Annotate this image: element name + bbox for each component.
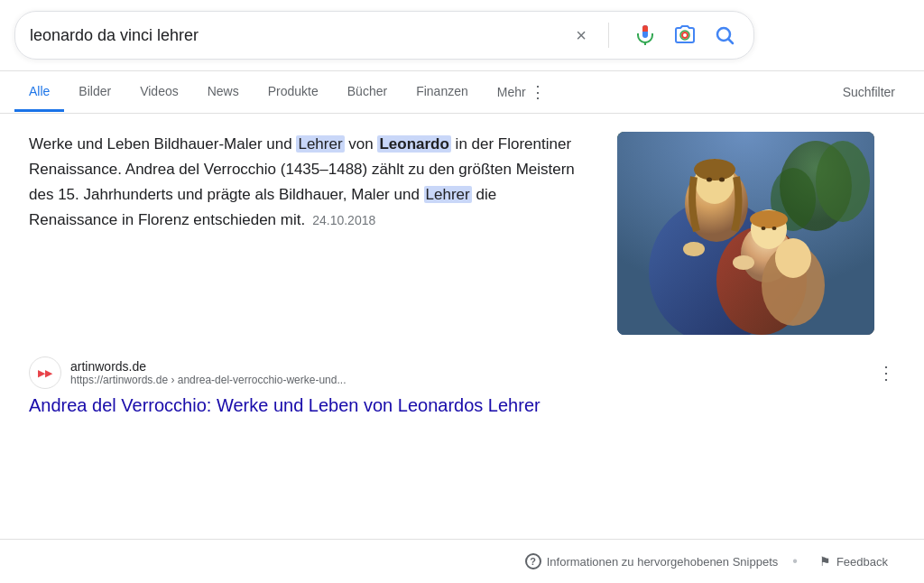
svg-point-19 xyxy=(772,227,777,230)
highlight-lehrer-1: Lehrer xyxy=(296,135,344,153)
highlight-lehrer-2: Lehrer xyxy=(424,186,472,203)
renaissance-painting xyxy=(617,132,874,335)
svg-point-15 xyxy=(750,210,788,228)
snippet-text: Werke und Leben Bildhauer-Maler und Lehr… xyxy=(29,132,588,335)
svg-point-0 xyxy=(682,32,688,38)
voice-search-button[interactable] xyxy=(631,21,660,50)
footer-bar: ? Informationen zu hervorgehobenen Snipp… xyxy=(0,539,924,583)
tab-bilder[interactable]: Bilder xyxy=(64,73,125,112)
snippet-date: 24.10.2018 xyxy=(312,213,375,227)
painting-background xyxy=(617,132,874,335)
result-menu-icon[interactable]: ⋮ xyxy=(877,362,895,384)
tab-alle[interactable]: Alle xyxy=(14,73,64,112)
tab-finanzen[interactable]: Finanzen xyxy=(402,73,483,112)
source-favicon: ▶▶ xyxy=(29,356,61,389)
main-content: Werke und Leben Bildhauer-Maler und Lehr… xyxy=(0,114,924,436)
suchfilter-button[interactable]: Suchfilter xyxy=(828,74,910,110)
source-info: artinwords.de https://artinwords.de › an… xyxy=(70,359,868,386)
svg-point-16 xyxy=(707,178,712,182)
featured-snippet: Werke und Leben Bildhauer-Maler und Lehr… xyxy=(29,132,895,335)
image-search-button[interactable] xyxy=(670,21,699,50)
more-tabs-button[interactable]: Mehr ⋮ xyxy=(483,71,560,113)
tab-produkte[interactable]: Produkte xyxy=(254,73,333,112)
snippet-text-part-1: Werke und Leben Bildhauer-Maler und xyxy=(29,135,296,153)
tabs-right: Suchfilter xyxy=(828,74,910,110)
snippet-image xyxy=(617,132,874,335)
snippet-text-part-2: von xyxy=(345,135,378,153)
search-bar: × xyxy=(14,11,754,60)
source-favicon-row: ▶▶ artinwords.de https://artinwords.de ›… xyxy=(29,356,895,389)
footer-info-text: Informationen zu hervorgehobenen Snippet… xyxy=(547,555,779,569)
source-result: ▶▶ artinwords.de https://artinwords.de ›… xyxy=(29,356,895,418)
more-label: Mehr xyxy=(497,85,526,99)
tab-buecher[interactable]: Bücher xyxy=(333,73,402,112)
info-icon[interactable]: ? xyxy=(525,553,541,569)
chevron-down-icon: ⋮ xyxy=(530,82,546,102)
microphone-icon xyxy=(634,24,656,46)
search-input[interactable] xyxy=(30,26,572,45)
footer-info: ? Informationen zu hervorgehobenen Snipp… xyxy=(525,553,779,569)
feedback-button[interactable]: ⚑ Feedback xyxy=(812,551,895,572)
svg-point-17 xyxy=(719,178,725,182)
source-url: https://artinwords.de › andrea-del-verro… xyxy=(70,374,868,386)
source-name: artinwords.de xyxy=(70,359,868,374)
svg-point-12 xyxy=(694,159,735,180)
highlight-leonardo: Leonardo xyxy=(377,135,450,153)
tab-news[interactable]: News xyxy=(193,73,254,112)
feedback-icon: ⚑ xyxy=(819,554,831,569)
svg-point-6 xyxy=(816,141,870,222)
tab-videos[interactable]: Videos xyxy=(125,73,193,112)
result-title-link[interactable]: Andrea del Verrocchio: Werke und Leben v… xyxy=(29,395,541,415)
svg-point-18 xyxy=(762,227,766,230)
svg-point-20 xyxy=(683,242,705,256)
camera-icon xyxy=(674,24,696,46)
search-bar-container: × xyxy=(0,0,924,71)
svg-point-21 xyxy=(733,255,754,270)
clear-button[interactable]: × xyxy=(572,25,590,46)
tabs-container: Alle Bilder Videos News Produkte Bücher … xyxy=(0,71,924,114)
feedback-label: Feedback xyxy=(836,555,888,569)
footer-separator: • xyxy=(792,553,798,569)
search-icon xyxy=(714,24,735,46)
svg-point-23 xyxy=(775,238,811,278)
svg-line-3 xyxy=(729,40,734,44)
search-button[interactable] xyxy=(710,21,739,50)
search-action-icons xyxy=(631,21,739,50)
